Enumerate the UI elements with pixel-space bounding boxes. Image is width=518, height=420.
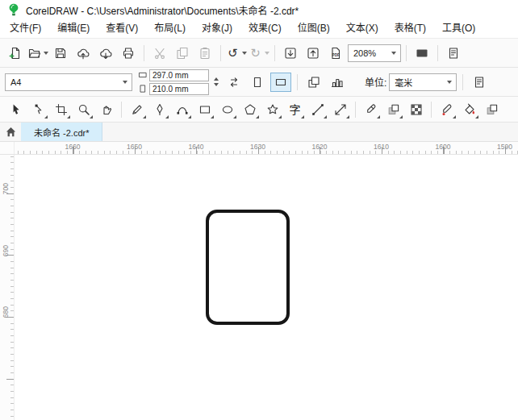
current-page-button[interactable] — [327, 73, 348, 92]
ellipse-tool[interactable] — [216, 98, 238, 120]
zoom-level-select[interactable]: 208% — [348, 44, 401, 62]
menu-text[interactable]: 文本(X) — [338, 19, 386, 38]
portrait-button[interactable] — [247, 73, 268, 92]
page-width-field[interactable]: 297.0 mm — [149, 69, 209, 81]
cloud-save-button[interactable] — [95, 43, 116, 64]
chevron-down-icon[interactable] — [387, 45, 400, 61]
home-tab-button[interactable] — [0, 123, 21, 141]
pdf-icon: PDF — [329, 47, 342, 60]
hand-icon — [100, 103, 113, 116]
menu-table[interactable]: 表格(T) — [386, 19, 434, 38]
star-icon — [266, 103, 279, 116]
color-eyedropper-tool[interactable] — [436, 98, 457, 120]
chevron-down-icon — [44, 52, 48, 55]
zoom-tool[interactable] — [73, 98, 94, 120]
chevron-down-icon — [377, 115, 380, 119]
chevron-down-icon — [90, 115, 93, 119]
separator — [220, 45, 221, 61]
ellipsetool-icon — [221, 103, 234, 116]
menu-view[interactable]: 查看(V) — [98, 19, 146, 38]
pen-icon — [153, 103, 166, 116]
print-button[interactable] — [118, 43, 139, 64]
chevron-down-icon — [143, 115, 146, 119]
drawn-rounded-rectangle[interactable] — [206, 210, 290, 325]
dimension-stepper[interactable] — [214, 77, 219, 86]
eyedropper-tool[interactable] — [360, 98, 382, 120]
nudge-settings-button[interactable] — [469, 73, 490, 92]
ruler-label: 1650 — [127, 143, 142, 151]
ruler-label: 1640 — [189, 143, 204, 151]
polygon-tool[interactable] — [239, 98, 261, 120]
property-bar: A4 297.0 mm 210.0 mm 单位: 毫米 — [0, 68, 518, 97]
dimension-icon — [334, 103, 347, 116]
menu-object[interactable]: 对象(J) — [194, 19, 240, 38]
separator — [274, 45, 275, 61]
menu-bitmaps[interactable]: 位图(B) — [290, 19, 338, 38]
smart-fill-tool[interactable] — [481, 98, 503, 120]
page-dimensions: 297.0 mm 210.0 mm — [138, 69, 209, 95]
ruler-label: 1660 — [65, 143, 81, 151]
copy-button — [172, 43, 193, 64]
menu-edit[interactable]: 编辑(E) — [49, 19, 98, 38]
show-rulers-button[interactable] — [443, 43, 464, 64]
menu-layout[interactable]: 布局(L) — [146, 19, 194, 38]
menu-effects[interactable]: 效果(C) — [240, 19, 290, 38]
page-width-icon — [138, 70, 148, 80]
pen-tool[interactable] — [148, 98, 170, 120]
chevron-down-icon — [242, 52, 247, 55]
vertical-ruler[interactable]: 700690680 — [0, 155, 15, 420]
export-button[interactable] — [303, 43, 324, 64]
landscape-button[interactable] — [270, 73, 291, 92]
ruler-label: 680 — [2, 306, 10, 318]
titlebar: CorelDRAW - C:\Users\Administrator\Docum… — [0, 0, 518, 19]
cut-icon — [153, 47, 166, 60]
units-select[interactable]: 毫米 — [389, 73, 457, 91]
menu-tools[interactable]: 工具(O) — [434, 19, 483, 38]
all-pages-button[interactable] — [303, 73, 324, 92]
chevron-down-icon[interactable] — [443, 74, 456, 90]
workspace: 700690680 — [0, 155, 518, 420]
ruler-label: 690 — [2, 245, 10, 256]
text-tool[interactable]: 字 — [284, 98, 306, 120]
publish-pdf-button[interactable]: PDF — [325, 43, 346, 64]
separator — [462, 74, 463, 90]
shape-tool[interactable] — [27, 98, 49, 120]
crop-tool[interactable] — [50, 98, 72, 120]
new-document-button[interactable] — [5, 43, 26, 64]
clipboard-icon — [198, 47, 211, 60]
two-point-line-tool[interactable] — [307, 98, 328, 120]
rectangle-tool[interactable] — [194, 98, 215, 120]
curve-icon — [176, 103, 189, 116]
dimension-tool[interactable] — [329, 98, 351, 120]
interactive-fill-tool[interactable] — [458, 98, 480, 120]
checker-icon — [410, 103, 423, 116]
cloud-open-button[interactable] — [73, 43, 94, 64]
page-size-select[interactable]: A4 — [5, 73, 132, 91]
redo-button: ↻ — [249, 43, 269, 64]
ruler-label: 1590 — [497, 143, 512, 151]
undo-button[interactable]: ↺ — [226, 43, 247, 64]
page-height-field[interactable]: 210.0 mm — [149, 83, 209, 95]
bspline-tool[interactable] — [171, 98, 193, 120]
menu-file[interactable]: 文件(F) — [2, 19, 49, 38]
chevron-down-icon[interactable] — [119, 74, 132, 90]
swap-dimensions-button[interactable] — [223, 73, 244, 92]
open-document-button[interactable] — [27, 43, 48, 64]
zoom-icon — [77, 103, 90, 116]
canvas[interactable] — [15, 155, 518, 420]
save-button[interactable] — [50, 43, 71, 64]
freehand-tool[interactable] — [126, 98, 148, 120]
drop-shadow-tool[interactable] — [382, 98, 404, 120]
chevron-down-icon — [324, 115, 327, 119]
pan-tool[interactable] — [95, 98, 117, 120]
transparency-tool[interactable] — [405, 98, 427, 120]
import-button[interactable] — [280, 43, 301, 64]
document-tab[interactable]: 未命名 -2.cdr* — [21, 123, 102, 141]
pick-tool[interactable] — [5, 98, 27, 120]
chevron-down-icon — [278, 115, 282, 119]
fullscreen-preview-button[interactable] — [411, 43, 432, 64]
common-shapes-tool[interactable] — [261, 98, 283, 120]
chevron-down-icon — [233, 115, 236, 119]
horizontal-ruler[interactable]: 16601650164016301620161016001590 — [15, 142, 518, 154]
text-icon: 字 — [289, 103, 302, 116]
